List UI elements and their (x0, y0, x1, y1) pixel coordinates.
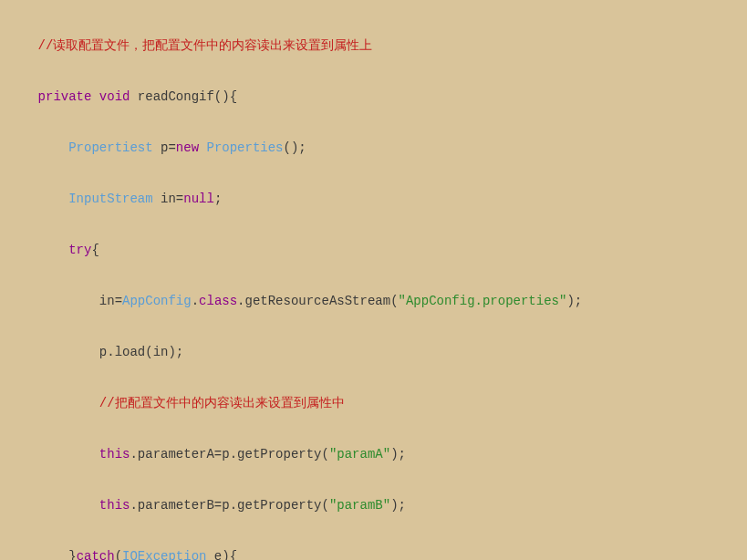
code-line: //读取配置文件，把配置文件中的内容读出来设置到属性上 (0, 33, 747, 58)
punctuation: ); (390, 447, 406, 461)
punctuation: } (68, 549, 76, 560)
variable: e (206, 549, 222, 560)
field-name: parameterB (138, 498, 214, 513)
punctuation: = (168, 140, 175, 155)
method-name: readCongif (138, 89, 214, 104)
keyword-try: try (68, 243, 91, 257)
variable: in (153, 345, 169, 359)
punctuation: = (214, 498, 222, 513)
type-name: InputStream (68, 192, 152, 206)
punctuation: (){ (214, 89, 237, 104)
punctuation: ( (115, 549, 122, 560)
method-name: getProperty (237, 447, 321, 461)
method-name: getResourceAsStream (245, 294, 391, 308)
code-line: in=AppConfig.class.getResourceAsStream("… (0, 288, 747, 314)
keyword-catch: catch (77, 549, 115, 560)
string-literal: "paramA" (329, 447, 390, 461)
keyword-new: new (176, 140, 199, 155)
field-name: parameterA (138, 447, 214, 461)
code-line: //把配置文件中的内容读出来设置到属性中 (0, 390, 747, 416)
keyword-this: this (99, 498, 130, 513)
punctuation: = (176, 192, 183, 206)
keyword-this: this (99, 447, 130, 461)
keyword-class: class (199, 294, 237, 308)
punctuation: . (230, 498, 237, 513)
punctuation: ){ (222, 549, 237, 560)
variable: in (99, 294, 115, 308)
punctuation: ( (390, 294, 398, 308)
code-line: try{ (0, 237, 747, 263)
punctuation: . (130, 447, 137, 461)
punctuation: = (214, 447, 222, 461)
punctuation: ); (566, 294, 582, 308)
punctuation: ); (168, 345, 183, 359)
punctuation: ; (214, 192, 222, 206)
code-line: p.load(in); (0, 339, 747, 365)
comment: //读取配置文件，把配置文件中的内容读出来设置到属性上 (38, 38, 373, 53)
punctuation: ); (390, 498, 406, 513)
code-line: this.parameterB=p.getProperty("paramB"); (0, 493, 747, 518)
punctuation: . (192, 294, 199, 308)
punctuation: . (107, 345, 114, 359)
code-line: InputStream in=null; (0, 186, 747, 212)
method-name: load (115, 345, 146, 359)
type-name: Properties (206, 140, 283, 155)
method-name: getProperty (237, 498, 321, 513)
keyword-void: void (99, 89, 130, 104)
comment: //把配置文件中的内容读出来设置到属性中 (99, 396, 345, 410)
variable: p (99, 345, 107, 359)
punctuation: . (230, 447, 237, 461)
punctuation: { (91, 243, 99, 257)
punctuation: . (130, 498, 137, 513)
punctuation: . (237, 294, 244, 308)
code-block: //读取配置文件，把配置文件中的内容读出来设置到属性上 private void… (0, 7, 747, 560)
variable: p (222, 498, 229, 513)
keyword-null: null (183, 192, 214, 206)
keyword-private: private (38, 89, 92, 104)
string-literal: "AppConfig.properties" (399, 294, 567, 308)
type-name: AppConfig (122, 294, 192, 308)
variable: p (222, 447, 229, 461)
code-line: }catch(IOException e){ (0, 544, 747, 560)
punctuation: ( (145, 345, 152, 359)
type-name: IOException (122, 549, 206, 560)
code-line: Propertiest p=new Properties(); (0, 135, 747, 161)
type-name: Propertiest (68, 140, 152, 155)
string-literal: "paramB" (329, 498, 390, 513)
punctuation: ( (322, 498, 329, 513)
punctuation: = (115, 294, 122, 308)
punctuation: (); (284, 140, 306, 155)
code-line: private void readCongif(){ (0, 84, 747, 109)
code-line: this.parameterA=p.getProperty("paramA"); (0, 441, 747, 467)
variable: in (161, 192, 176, 206)
punctuation: ( (322, 447, 329, 461)
